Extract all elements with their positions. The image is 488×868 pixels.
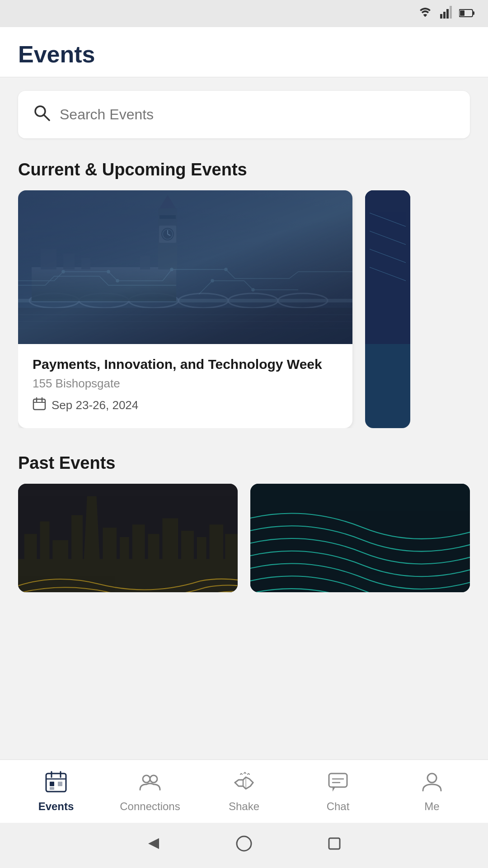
svg-rect-20 — [81, 258, 90, 269]
events-nav-label: Events — [38, 800, 74, 813]
svg-rect-67 — [46, 774, 66, 792]
svg-rect-63 — [197, 537, 206, 562]
nav-item-shake[interactable]: Shake — [197, 764, 291, 818]
svg-point-75 — [150, 775, 157, 783]
svg-marker-81 — [148, 838, 159, 849]
svg-point-80 — [427, 774, 436, 783]
svg-rect-57 — [103, 528, 117, 562]
svg-rect-2 — [446, 9, 449, 19]
connections-icon — [138, 770, 162, 797]
svg-point-35 — [107, 270, 110, 273]
svg-rect-83 — [329, 838, 340, 849]
shake-icon — [232, 770, 256, 797]
back-button[interactable] — [145, 835, 163, 857]
peek-card-image — [365, 190, 410, 344]
svg-rect-21 — [140, 256, 150, 269]
past-events-title: Past Events — [18, 453, 470, 473]
me-nav-label: Me — [424, 800, 439, 813]
nav-item-chat[interactable]: Chat — [291, 764, 385, 818]
svg-rect-60 — [148, 534, 159, 562]
past-event-card-1[interactable] — [18, 484, 238, 592]
svg-rect-61 — [162, 518, 178, 562]
svg-point-40 — [252, 288, 254, 291]
event-location-1: 155 Bishopsgate — [33, 377, 338, 391]
svg-point-37 — [225, 268, 227, 271]
chat-icon — [326, 770, 350, 797]
svg-rect-52 — [24, 534, 37, 562]
svg-marker-77 — [333, 787, 335, 792]
wifi-icon — [418, 6, 433, 22]
svg-rect-55 — [71, 515, 83, 562]
event-card-current-1[interactable]: Payments, Innovation, and Technology Wee… — [18, 190, 352, 428]
nav-item-me[interactable]: Me — [385, 764, 479, 818]
svg-rect-17 — [32, 267, 176, 301]
svg-point-36 — [170, 268, 173, 271]
svg-rect-6 — [460, 10, 465, 16]
svg-rect-58 — [120, 537, 129, 562]
svg-rect-5 — [473, 11, 474, 15]
svg-rect-64 — [210, 524, 224, 562]
search-input[interactable] — [60, 106, 455, 123]
calendar-icon — [33, 397, 46, 414]
status-bar — [0, 0, 488, 27]
svg-rect-76 — [329, 774, 347, 787]
svg-rect-71 — [50, 782, 54, 786]
event-name-1: Payments, Innovation, and Technology Wee… — [33, 357, 338, 372]
event-card-peek[interactable] — [365, 190, 410, 428]
svg-point-82 — [237, 836, 251, 851]
svg-rect-59 — [132, 524, 145, 562]
connections-nav-label: Connections — [120, 800, 180, 813]
bottom-navigation: Events Connections — [0, 760, 488, 823]
current-events-scroll: Payments, Innovation, and Technology Wee… — [18, 190, 470, 428]
events-icon — [44, 770, 68, 797]
svg-rect-3 — [450, 6, 452, 19]
shake-nav-label: Shake — [229, 800, 259, 813]
event-card-body-1: Payments, Innovation, and Technology Wee… — [18, 344, 352, 428]
search-icon — [33, 104, 51, 126]
svg-rect-1 — [443, 12, 446, 19]
page-title: Events — [18, 41, 470, 68]
svg-rect-54 — [52, 540, 68, 562]
main-content: Current & Upcoming Events — [0, 77, 488, 760]
svg-point-74 — [143, 775, 150, 783]
signal-icon — [440, 6, 452, 22]
search-bar[interactable] — [18, 91, 470, 138]
svg-rect-19 — [63, 254, 75, 269]
svg-rect-29 — [160, 215, 176, 219]
android-nav-bar — [0, 823, 488, 868]
svg-rect-62 — [181, 531, 194, 562]
event-date-1: Sep 23-26, 2024 — [33, 397, 338, 414]
me-icon — [420, 770, 444, 797]
svg-rect-45 — [365, 190, 410, 344]
recents-button[interactable] — [325, 835, 343, 857]
past-events-grid — [18, 484, 470, 592]
battery-icon — [459, 6, 474, 21]
svg-rect-73 — [50, 787, 54, 790]
svg-point-38 — [116, 279, 119, 282]
svg-rect-51 — [18, 559, 238, 592]
event-image-london — [18, 190, 352, 344]
svg-rect-18 — [41, 249, 56, 269]
svg-rect-41 — [33, 399, 45, 410]
current-events-title: Current & Upcoming Events — [18, 160, 470, 179]
past-event-card-2[interactable] — [250, 484, 470, 592]
nav-item-events[interactable]: Events — [9, 764, 103, 818]
svg-rect-30 — [18, 308, 352, 344]
nav-item-connections[interactable]: Connections — [103, 764, 197, 818]
svg-point-39 — [211, 279, 214, 282]
svg-rect-72 — [58, 782, 62, 786]
svg-point-34 — [62, 270, 65, 273]
svg-rect-65 — [225, 534, 238, 562]
chat-nav-label: Chat — [327, 800, 350, 813]
svg-rect-0 — [440, 14, 442, 19]
svg-rect-53 — [40, 521, 50, 562]
home-button[interactable] — [235, 835, 253, 857]
page-header: Events — [0, 27, 488, 77]
svg-line-8 — [44, 115, 49, 120]
event-date-text-1: Sep 23-26, 2024 — [52, 398, 138, 412]
